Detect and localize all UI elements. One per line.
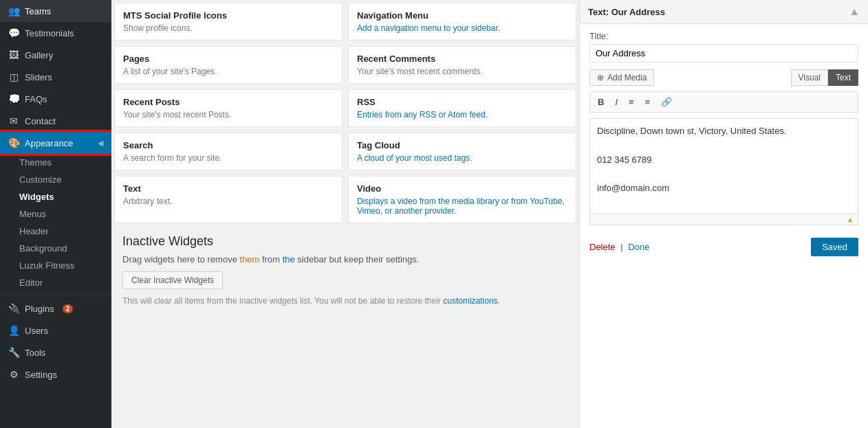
unordered-list-button[interactable]: ≡ (624, 95, 639, 109)
text-content-area[interactable]: Discipline, Down town st, Victory, Unite… (589, 118, 858, 214)
customizations-word: customizations (443, 296, 497, 306)
inactive-note: This will clear all items from the inact… (122, 296, 568, 306)
background-label: Background (19, 243, 67, 254)
settings-icon: ⚙ (8, 369, 19, 380)
teams-icon: 👥 (8, 5, 19, 16)
plugins-label: Plugins (25, 304, 54, 314)
sidebar-item-plugins[interactable]: 🔌 Plugins 2 (0, 297, 111, 319)
add-media-icon: ⊕ (597, 73, 604, 82)
widget-title: Recent Posts (123, 97, 334, 107)
widget-editor-panel: Text: Our Address ▲ Title: ⊕ Add Media V… (579, 0, 868, 428)
widget-tag-cloud[interactable]: Tag Cloud A cloud of your most used tags… (348, 133, 576, 170)
sidebar-item-users[interactable]: 👤 Users (0, 319, 111, 341)
widget-recent-comments[interactable]: Recent Comments Your site's most recent … (348, 46, 576, 84)
widget-search[interactable]: Search A search form for your site. (114, 133, 343, 170)
inactive-desc: Drag widgets here to remove them from th… (122, 254, 568, 264)
plugins-badge: 2 (63, 304, 74, 313)
sidebar-item-gallery[interactable]: 🖼 Gallery (0, 44, 111, 66)
sidebar-label-testimonials: Testimonials (25, 28, 74, 38)
divider (0, 294, 111, 295)
clear-inactive-button[interactable]: Clear Inactive Widgets (122, 271, 223, 289)
widget-desc: Your site's most recent comments. (357, 67, 567, 76)
done-link[interactable]: Done (628, 242, 649, 252)
sidebar-item-tools[interactable]: 🔧 Tools (0, 341, 111, 363)
sidebar-sub-header[interactable]: Header (0, 223, 111, 240)
panel-title: Text: Our Address (588, 7, 665, 17)
menus-label: Menus (19, 209, 46, 219)
add-media-button[interactable]: ⊕ Add Media (589, 69, 654, 86)
visual-tab[interactable]: Visual (791, 69, 828, 86)
widget-title: RSS (357, 97, 567, 107)
sidebar-nav: 👥 Teams 💬 Testimonials 🖼 Gallery ◫ Slide… (0, 0, 111, 385)
widget-list: MTS Social Profile Icons Show profile ic… (111, 0, 579, 428)
sliders-icon: ◫ (8, 71, 19, 82)
widget-video[interactable]: Video Displays a video from the media li… (348, 176, 576, 223)
sidebar: 👥 Teams 💬 Testimonials 🖼 Gallery ◫ Slide… (0, 0, 111, 428)
title-input[interactable] (589, 44, 858, 63)
widget-desc: Add a navigation menu to your sidebar. (357, 23, 567, 33)
delete-link[interactable]: Delete (589, 242, 616, 252)
italic-button[interactable]: I (610, 95, 622, 109)
sidebar-item-settings[interactable]: ⚙ Settings (0, 363, 111, 385)
widget-rss[interactable]: RSS Entries from any RSS or Atom feed. (348, 89, 576, 127)
sidebar-item-testimonials[interactable]: 💬 Testimonials (0, 22, 111, 44)
widget-pages[interactable]: Pages A list of your site's Pages. (114, 46, 343, 84)
link-button[interactable]: 🔗 (656, 95, 677, 109)
title-label: Title: (589, 31, 858, 41)
sidebar-item-contact[interactable]: ✉ Contact (0, 110, 111, 132)
widget-title: MTS Social Profile Icons (123, 10, 334, 21)
sidebar-label-contact: Contact (25, 116, 56, 126)
widget-desc: A list of your site's Pages. (123, 67, 334, 76)
widget-desc: Entries from any RSS or Atom feed. (357, 110, 567, 120)
panel-footer: Delete | Done Saved (580, 232, 868, 262)
bold-button[interactable]: B (593, 95, 609, 109)
widget-title: Pages (123, 54, 334, 64)
content-footer: ▲ (589, 214, 858, 225)
sidebar-sub-widgets[interactable]: Widgets (0, 188, 111, 205)
sidebar-item-sliders[interactable]: ◫ Sliders (0, 66, 111, 88)
sidebar-sub-background[interactable]: Background (0, 240, 111, 257)
widget-title: Search (123, 140, 334, 150)
sidebar-sub-customize[interactable]: Customize (0, 171, 111, 188)
content-line-3: info@domain.com (597, 181, 851, 196)
widget-title: Tag Cloud (357, 140, 567, 150)
collapse-icon[interactable]: ▲ (849, 5, 860, 18)
header-label: Header (19, 226, 49, 236)
faqs-icon: 💭 (8, 93, 19, 104)
sidebar-sub-menus[interactable]: Menus (0, 205, 111, 223)
widget-text[interactable]: Text Arbitrary text. (114, 176, 343, 223)
content-area: MTS Social Profile Icons Show profile ic… (111, 0, 868, 428)
sidebar-label-teams: Teams (25, 6, 51, 16)
view-tabs: Visual Text (791, 69, 858, 86)
separator: | (620, 242, 622, 252)
widgets-label: Widgets (19, 192, 54, 202)
sidebar-sub-luzuk[interactable]: Luzuk Fitness (0, 257, 111, 274)
the-word: the (283, 254, 295, 264)
customize-label: Customize (19, 174, 61, 185)
sidebar-item-appearance[interactable]: 🎨 Appearance ◀ (0, 132, 111, 154)
sidebar-item-faqs[interactable]: 💭 FAQs (0, 88, 111, 110)
ordered-list-button[interactable]: ≡ (640, 95, 655, 109)
sidebar-sub-themes[interactable]: Themes (0, 154, 111, 171)
widget-recent-posts[interactable]: Recent Posts Your site's most recent Pos… (114, 89, 343, 127)
users-label: Users (25, 326, 48, 336)
luzuk-label: Luzuk Fitness (19, 260, 74, 271)
widget-desc: Show profile icons. (123, 23, 334, 33)
widget-mts-social[interactable]: MTS Social Profile Icons Show profile ic… (114, 3, 343, 41)
sidebar-label-appearance: Appearance (25, 138, 73, 148)
text-tab[interactable]: Text (828, 69, 858, 86)
widget-navigation-menu[interactable]: Navigation Menu Add a navigation menu to… (348, 3, 576, 41)
sidebar-item-teams[interactable]: 👥 Teams (0, 0, 111, 22)
widget-title: Recent Comments (357, 54, 567, 64)
sidebar-label-faqs: FAQs (25, 94, 47, 104)
sidebar-sub-editor[interactable]: Editor (0, 274, 111, 291)
panel-body: Title: ⊕ Add Media Visual Text B I ≡ ≡ 🔗 (580, 24, 868, 232)
widget-desc: Your site's most recent Posts. (123, 110, 334, 120)
footer-links: Delete | Done (589, 242, 649, 252)
collapse-arrow: ◀ (98, 139, 103, 148)
inactive-heading: Inactive Widgets (122, 234, 568, 249)
widget-desc: Arbitrary text. (123, 196, 334, 206)
widget-desc: A search form for your site. (123, 153, 334, 163)
save-button[interactable]: Saved (811, 238, 858, 256)
tools-label: Tools (25, 348, 45, 358)
